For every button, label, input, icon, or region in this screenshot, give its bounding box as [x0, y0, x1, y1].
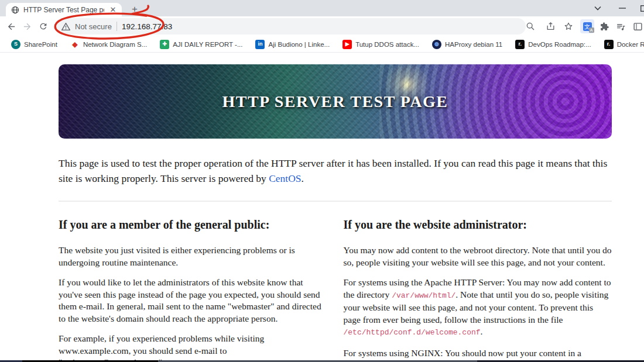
- bookmark-item[interactable]: r.DevOps Roadmap:...: [509, 36, 597, 52]
- bookmark-item[interactable]: SSharePoint: [5, 36, 64, 52]
- browser-toolbar: Not secure 192.168.77.83 文A: [0, 16, 644, 36]
- globe-favicon-icon: [11, 6, 19, 14]
- bookmark-item[interactable]: ◍HAProxy debian 11: [426, 36, 509, 52]
- paragraph: For systems using the Apache HTTP Server…: [344, 277, 612, 339]
- url-text[interactable]: 192.168.77.83: [122, 22, 172, 31]
- extensions-puzzle-icon[interactable]: [597, 19, 612, 34]
- banner-title: HTTP SERVER TEST PAGE: [59, 64, 612, 139]
- bookmark-label: Docker Roadmap -...: [617, 41, 644, 48]
- tab-strip: HTTP Server Test Page powered ✕ +: [0, 0, 644, 16]
- bookmark-label: SharePoint: [24, 41, 57, 48]
- bookmark-item[interactable]: ◆Network Diagram S...: [64, 36, 153, 52]
- bookmark-item[interactable]: ✚AJI DAILY REPORT -...: [153, 36, 249, 52]
- paragraph: You may now add content to the webroot d…: [344, 244, 612, 268]
- intro-period: .: [302, 173, 304, 184]
- administrator-heading: If you are the website administrator:: [344, 218, 612, 232]
- side-panel-icon[interactable]: [630, 19, 644, 34]
- centos-link[interactable]: CentOS: [269, 173, 301, 184]
- tab-title: HTTP Server Test Page powered: [23, 6, 104, 14]
- two-column-section: If you are a member of the general publi…: [59, 218, 612, 360]
- divider: [59, 201, 612, 202]
- youtube-icon: ▶: [342, 40, 352, 49]
- general-public-column: If you are a member of the general publi…: [59, 218, 327, 360]
- address-separator: [117, 22, 117, 31]
- paragraph: If you would like to let the administrat…: [59, 277, 327, 325]
- bookmark-label: Network Diagram S...: [83, 41, 147, 48]
- administrator-paragraphs: You may now add content to the webroot d…: [344, 244, 612, 360]
- address-bar[interactable]: Not secure 192.168.77.83: [54, 18, 526, 35]
- tab-search-chevron-icon[interactable]: [590, 2, 605, 15]
- haproxy-icon: ◍: [432, 40, 441, 49]
- roadmap-icon: r.: [515, 40, 525, 49]
- not-secure-warning-icon[interactable]: [61, 23, 70, 30]
- bookmark-label: DevOps Roadmap:...: [528, 41, 591, 48]
- bookmark-label: AJI DAILY REPORT -...: [173, 41, 242, 48]
- share-icon[interactable]: [543, 19, 558, 34]
- back-button[interactable]: [4, 19, 19, 34]
- browser-tab[interactable]: HTTP Server Test Page powered ✕: [6, 3, 122, 16]
- network-diagram-icon: ◆: [70, 40, 80, 49]
- security-label[interactable]: Not secure: [75, 22, 112, 31]
- bookmark-item[interactable]: r.Docker Roadmap -...: [598, 36, 644, 52]
- bookmarks-bar: SSharePoint◆Network Diagram S...✚AJI DAI…: [0, 36, 644, 53]
- intro-paragraph: This page is used to test the proper ope…: [59, 156, 612, 186]
- bookmark-star-icon[interactable]: [561, 19, 576, 34]
- maximize-button[interactable]: [636, 2, 644, 15]
- bookmark-item[interactable]: inAji Budiono | Linke...: [249, 36, 336, 52]
- paragraph: The website you just visited is either e…: [59, 244, 327, 268]
- general-public-paragraphs: The website you just visited is either e…: [59, 244, 327, 360]
- bookmark-item[interactable]: ▶Tutup DDOS attack...: [336, 36, 426, 52]
- general-public-heading: If you are a member of the general publi…: [59, 218, 327, 232]
- web-page-content: HTTP SERVER TEST PAGE This page is used …: [0, 53, 644, 360]
- administrator-column: If you are the website administrator: Yo…: [344, 218, 612, 360]
- sharepoint-icon: S: [11, 40, 20, 49]
- forward-button[interactable]: [19, 19, 35, 34]
- test-page-banner: HTTP SERVER TEST PAGE: [59, 64, 612, 139]
- media-queue-icon[interactable]: [613, 19, 628, 34]
- bookmark-label: Tutup DDOS attack...: [355, 41, 419, 48]
- translate-glyph: 文A: [583, 22, 592, 31]
- tab-close-icon[interactable]: ✕: [108, 5, 118, 15]
- roadmap-icon: r.: [604, 40, 614, 49]
- bookmark-label: HAProxy debian 11: [445, 41, 502, 48]
- linkedin-icon: in: [255, 40, 265, 49]
- translate-icon[interactable]: 文A: [580, 19, 594, 33]
- google-sheets-icon: ✚: [160, 40, 169, 49]
- paragraph: For example, if you experienced problems…: [59, 333, 327, 360]
- search-icon[interactable]: [523, 19, 538, 34]
- minimize-button[interactable]: [615, 2, 630, 15]
- paragraph: For systems using NGINX: You should now …: [344, 347, 612, 361]
- new-tab-button[interactable]: +: [129, 4, 141, 15]
- reload-button[interactable]: [36, 19, 51, 34]
- intro-text: This page is used to test the proper ope…: [59, 157, 607, 184]
- bookmark-label: Aji Budiono | Linke...: [268, 41, 330, 48]
